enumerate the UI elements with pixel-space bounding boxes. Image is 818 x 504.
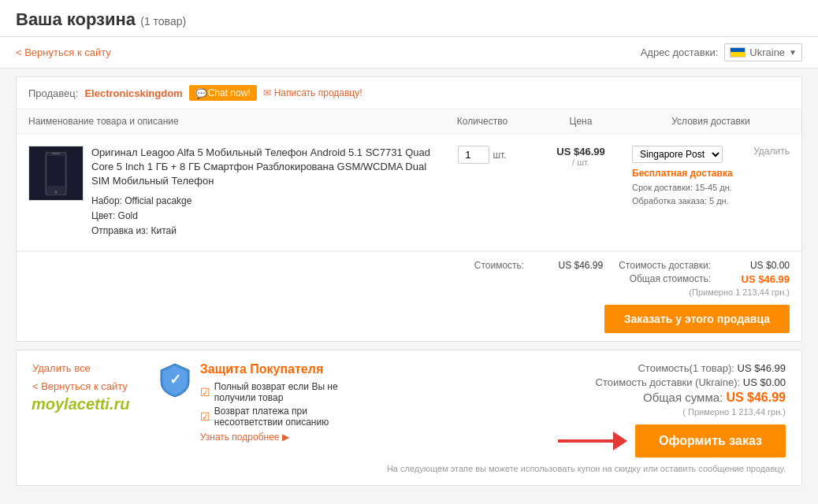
seller-name[interactable]: Electronicskingdom — [84, 87, 182, 99]
delivery-address: Адрес доставки: Ukraine ▼ — [641, 43, 802, 61]
country-name: Ukraine — [749, 46, 785, 58]
arrow-indicator — [558, 432, 627, 450]
watermark: moylacetti.ru — [32, 391, 818, 417]
product-info: Оригинал Leagoo Alfa 5 Мобильный Телефон… — [91, 146, 435, 239]
coupon-note: На следующем этапе вы можете использоват… — [387, 464, 786, 473]
ukraine-flag-icon — [730, 47, 745, 57]
checkout-summary: Стоимость(1 товар): US $46.99 Стоимость … — [387, 362, 786, 473]
processing-time: Обработка заказа: 5 дн. — [632, 195, 790, 208]
email-icon: ✉ — [263, 87, 271, 98]
quantity-input[interactable] — [458, 146, 489, 164]
product-shipfrom: Отправка из: Китай — [91, 224, 435, 239]
cost-value: US $46.99 — [540, 260, 603, 271]
protection-title: Защита Покупателя — [200, 362, 355, 376]
delivery-column: Удалить Singapore Post Бесплатная достав… — [632, 146, 790, 207]
price-per-unit: / шт. — [530, 158, 632, 167]
country-select[interactable]: Ukraine ▼ — [724, 43, 802, 61]
delivery-time: Срок доставки: 15-45 дн. — [632, 181, 790, 195]
product-price: US $46.99 — [530, 146, 632, 158]
product-attrs: Набор: Official pacakge Цвет: Gold Отпра… — [91, 194, 435, 239]
col-header-product: Наименование товара и описание — [28, 116, 435, 127]
order-button-row: Заказать у этого продавца — [28, 305, 790, 333]
chat-icon: 💬 — [195, 88, 205, 98]
delivery-label: Адрес доставки: — [641, 46, 719, 58]
svg-rect-2 — [52, 153, 60, 154]
approx-value: (Примерно 1 213,44 грн.) — [689, 287, 790, 297]
delivery-cost-value: US $0.00 — [727, 260, 790, 271]
delivery-cost-label: Стоимость доставки: — [619, 260, 711, 271]
summary-delivery-label: Стоимость доставки (Ukraine): — [596, 376, 741, 388]
price-column: US $46.99 / шт. — [530, 146, 632, 167]
checkout-btn-wrap: Оформить заказ — [387, 424, 786, 458]
message-seller-button[interactable]: ✉ Написать продавцу! — [263, 87, 363, 98]
bottom-left: Удалить все < Вернуться к сайту — [32, 362, 128, 392]
summary-cost-line: Стоимость(1 товар): US $46.99 — [387, 362, 786, 374]
cart-box: Продавец: Electronicskingdom 💬 Chat now!… — [16, 76, 802, 342]
summary-cost-value: US $46.99 — [738, 362, 786, 374]
seller-bar: Продавец: Electronicskingdom 💬 Chat now!… — [17, 77, 801, 109]
page-wrapper: Ваша корзина (1 товар) < Вернуться к сай… — [0, 0, 818, 504]
learn-more-link[interactable]: Узнать подробнее ▶ — [200, 432, 355, 443]
svg-point-3 — [54, 191, 58, 194]
page-title: Ваша корзина (1 товар) — [16, 9, 186, 29]
cart-totals: Стоимость: US $46.99 Стоимость доставки:… — [17, 251, 801, 341]
col-header-qty: Количество — [435, 116, 530, 127]
summary-delivery-line: Стоимость доставки (Ukraine): US $0.00 — [387, 376, 786, 388]
checkout-button[interactable]: Оформить заказ — [635, 424, 786, 458]
free-delivery-badge: Бесплатная доставка — [632, 168, 790, 179]
table-header: Наименование товара и описание Количеств… — [17, 109, 801, 134]
back-to-site-bottom-link[interactable]: < Вернуться к сайту — [32, 380, 128, 392]
page-header: Ваша корзина (1 товар) — [0, 0, 818, 37]
product-color: Цвет: Gold — [91, 209, 435, 224]
cost-label: Стоимость: — [474, 260, 524, 271]
item-count: (1 товар) — [140, 15, 186, 28]
summary-cost-label: Стоимость(1 товар): — [638, 362, 734, 374]
chat-now-button[interactable]: 💬 Chat now! — [189, 85, 257, 101]
svg-text:✓: ✓ — [169, 372, 180, 387]
bottom-bar: Удалить все < Вернуться к сайту ✓ Защита… — [16, 350, 802, 486]
product-image — [28, 146, 84, 201]
grand-total-value: US $46.99 — [727, 273, 790, 285]
top-bar: < Вернуться к сайту Адрес доставки: Ukra… — [0, 37, 818, 69]
grand-total-label: Общая стоимость: — [630, 273, 711, 285]
seller-label: Продавец: — [28, 87, 78, 99]
summary-delivery-value: US $0.00 — [743, 376, 786, 388]
product-title[interactable]: Оригинал Leagoo Alfa 5 Мобильный Телефон… — [91, 146, 435, 189]
order-from-seller-button[interactable]: Заказать у этого продавца — [604, 305, 790, 333]
phone-image-svg — [44, 152, 68, 195]
shipping-method-dropdown[interactable]: Singapore Post — [632, 146, 723, 163]
product-set: Набор: Official pacakge — [91, 194, 435, 209]
main-content: Продавец: Electronicskingdom 💬 Chat now!… — [0, 69, 818, 504]
dropdown-arrow-icon: ▼ — [789, 48, 797, 57]
svg-rect-1 — [47, 156, 65, 186]
col-header-price: Цена — [530, 116, 632, 127]
cart-item: Оригинал Leagoo Alfa 5 Мобильный Телефон… — [17, 134, 801, 251]
approx-row: (Примерно 1 213,44 грн.) — [28, 287, 790, 297]
back-to-site-link[interactable]: < Вернуться к сайту — [16, 46, 111, 58]
quantity-column: шт. — [435, 146, 530, 164]
grand-total-row: Общая стоимость: US $46.99 — [28, 273, 790, 285]
product-column: Оригинал Leagoo Alfa 5 Мобильный Телефон… — [28, 146, 435, 239]
col-header-delivery: Условия доставки — [632, 116, 790, 127]
qty-unit: шт. — [493, 150, 506, 161]
delete-item-button[interactable]: Удалить — [753, 146, 790, 157]
delete-all-link[interactable]: Удалить все — [32, 362, 128, 374]
subtotal-row: Стоимость: US $46.99 Стоимость доставки:… — [28, 260, 790, 271]
